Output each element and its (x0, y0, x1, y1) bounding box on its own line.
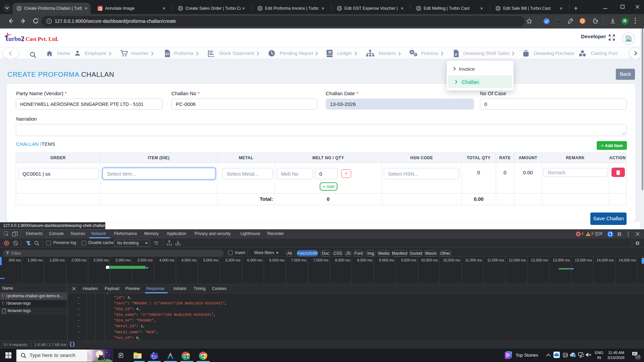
svg-text:T: T (152, 355, 154, 358)
svg-text:i: i (574, 355, 575, 357)
svg-text:$: $ (166, 52, 168, 56)
